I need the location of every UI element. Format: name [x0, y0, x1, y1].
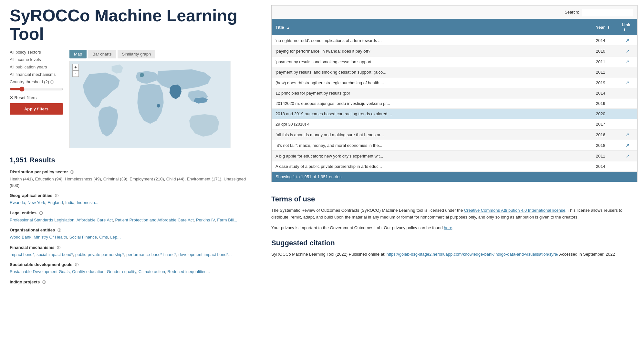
citation-title: Suggested citation [271, 239, 638, 247]
org-content: World Bank, Ministry Of Health, Social F… [10, 234, 255, 240]
legal-farmbill[interactable]: Farm Bill... [217, 218, 237, 222]
country-threshold-slider[interactable] [10, 87, 63, 92]
org-cms[interactable]: Cms [99, 235, 108, 240]
sdg-sdgs[interactable]: Sustainable Development Goals [10, 269, 70, 274]
geo-england[interactable]: England [47, 200, 63, 205]
indigo-title: Indigo projects ⓘ [10, 280, 255, 285]
table-cell-year: 2019 [592, 98, 618, 109]
sdg-climate[interactable]: Climate action [139, 269, 165, 274]
apply-filters-button[interactable]: Apply filters [10, 103, 63, 115]
tab-similarity-graph[interactable]: Similarity graph [118, 50, 156, 58]
legal-psl[interactable]: Professional Standards Legislation [10, 218, 74, 222]
tab-bar-charts[interactable]: Bar charts [88, 50, 116, 58]
col-link[interactable]: Link ⬍ [618, 19, 637, 35]
legal-perkins[interactable]: Perkins IV [196, 218, 215, 222]
fin-sib[interactable]: social impact bond* [36, 252, 73, 257]
link-sort-icon: ⬍ [623, 28, 626, 32]
table-row: 2018 and 2019 outcomes based contracting… [272, 109, 637, 119]
geo-section: Geographical entities ⓘ Rwanda, New York… [10, 193, 255, 206]
external-link-icon[interactable]: ↗ [626, 143, 629, 148]
fin-ppp[interactable]: public-private partnership* [75, 252, 124, 257]
table-cell-title: `it's not fair': maize, money, and moral… [272, 140, 592, 151]
table-cell-title: A big apple for educators: new york city… [272, 151, 592, 161]
citation-text: SyROCCo Machine Learning Tool (2022) Pub… [271, 251, 638, 258]
org-lep[interactable]: Lep... [110, 235, 121, 240]
legal-aca[interactable]: Affordable Care Act [77, 218, 113, 222]
filter-financial-mechanisms[interactable]: All financial mechanisms [10, 72, 63, 77]
table-cell-year: 2018 [592, 140, 618, 151]
sdg-quality-ed[interactable]: Quality education [72, 269, 104, 274]
table-row: A case study of a public private partner… [272, 161, 637, 172]
geo-newyork[interactable]: New York [27, 200, 45, 205]
external-link-icon[interactable]: ↗ [626, 59, 629, 64]
page-title: SyROCCo Machine Learning Tool [10, 6, 255, 43]
fin-content: impact bond*, social impact bond*, publi… [10, 251, 255, 258]
table-row: 29 qol 30 (2018) 42017 [272, 119, 637, 129]
org-moh[interactable]: Ministry Of Health [34, 235, 67, 240]
table-cell-link: ↗ [618, 77, 637, 88]
col-year[interactable]: Year ⬍ [592, 19, 618, 35]
geo-info-icon: ⓘ [55, 194, 58, 198]
table-cell-title: 29 qol 30 (2018) 4 [272, 119, 592, 129]
results-count: 1,951 Results [10, 156, 255, 164]
table-cell-title: A case study of a public private partner… [272, 161, 592, 172]
filter-policy-sectors[interactable]: All policy sectors [10, 50, 63, 55]
table-cell-year: 2011 [592, 151, 618, 161]
title-sort-icon: ▲ [286, 26, 290, 29]
table-cell-year: 2010 [592, 46, 618, 56]
map-container: + - [69, 61, 231, 148]
table-cell-link [618, 161, 637, 172]
org-socialfinance[interactable]: Social Finance [69, 235, 97, 240]
table-cell-year: 2014 [592, 88, 618, 98]
external-link-icon[interactable]: ↗ [626, 38, 629, 43]
sdg-inequality[interactable]: Reduced inequalities... [167, 269, 210, 274]
zoom-in-button[interactable]: + [72, 64, 79, 70]
external-link-icon[interactable]: ↗ [626, 153, 629, 158]
legal-info-icon: ⓘ [39, 211, 43, 215]
table-cell-link [618, 119, 637, 129]
table-cell-year: 2014 [592, 161, 618, 172]
fin-dib[interactable]: development impact bond*... [179, 252, 232, 257]
table-cell-title: 'payment by results' and smoking cessati… [272, 67, 592, 77]
external-link-icon[interactable]: ↗ [626, 48, 629, 54]
zoom-out-button[interactable]: - [72, 70, 79, 77]
col-title[interactable]: Title ▲ [272, 19, 592, 35]
table-cell-title: 'no rights-no redd': some implications o… [272, 35, 592, 46]
geo-indonesia[interactable]: Indonesia... [77, 200, 98, 205]
table-row: 12 principles for payment by results (pb… [272, 88, 637, 98]
world-map-svg [70, 61, 231, 148]
terms-paragraph1: The Systematic Review of Outcomes Contra… [271, 207, 638, 221]
geo-india[interactable]: India [65, 200, 74, 205]
external-link-icon[interactable]: ↗ [626, 80, 629, 85]
table-row: 'payment by results' and smoking cessati… [272, 56, 637, 67]
sdg-gender[interactable]: Gender equality [107, 269, 136, 274]
legal-ppaca[interactable]: Patient Protection and Affordable Care A… [115, 218, 193, 222]
filter-income-levels[interactable]: All income levels [10, 57, 63, 62]
citation-url-link[interactable]: https://golab-bsg-stage2.herokuapp.com/k… [387, 252, 558, 257]
terms-section: Terms of use The Systematic Review of Ou… [271, 192, 638, 231]
table-cell-link: ↗ [618, 46, 637, 56]
map-zoom-controls: + - [72, 64, 79, 77]
tab-map[interactable]: Map [69, 50, 87, 58]
terms-privacy-link[interactable]: here [444, 225, 452, 230]
year-sort-icon: ⬍ [607, 26, 610, 29]
table-row: `it's not fair': maize, money, and moral… [272, 140, 637, 151]
reset-filters-button[interactable]: ✕ Reset filters [10, 95, 63, 100]
table-cell-link: ↗ [618, 129, 637, 140]
external-link-icon[interactable]: ↗ [626, 132, 629, 137]
table-cell-title: 12 principles for payment by results (pb… [272, 88, 592, 98]
terms-license-link[interactable]: Creative Commons Attribution 4.0 Interna… [464, 208, 566, 213]
filter-publication-years[interactable]: All publication years [10, 65, 63, 69]
search-input[interactable] [582, 8, 633, 16]
sdg-content: Sustainable Development Goals, Quality e… [10, 269, 255, 275]
results-table-container: Search: Title ▲ Year ⬍ [271, 5, 638, 182]
fin-impactbond[interactable]: impact bond* [10, 252, 34, 257]
fin-pbf[interactable]: performance-base* financ* [126, 252, 176, 257]
legal-section: Legal entities ⓘ Professional Standards … [10, 210, 255, 223]
table-cell-link [618, 98, 637, 109]
table-cell-year: 2011 [592, 67, 618, 77]
table-cell-year: 2014 [592, 35, 618, 46]
table-cell-year: 2019 [592, 77, 618, 88]
org-worldbank[interactable]: World Bank [10, 235, 31, 240]
geo-rwanda[interactable]: Rwanda [10, 200, 25, 205]
